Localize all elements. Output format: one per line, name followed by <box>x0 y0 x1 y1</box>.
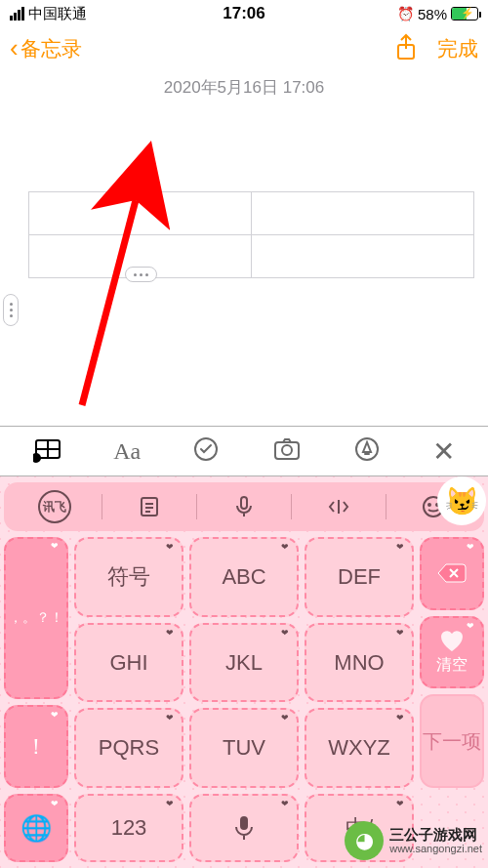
svg-rect-19 <box>240 816 248 830</box>
svg-rect-15 <box>241 497 247 509</box>
cursor-mode-button[interactable] <box>294 494 384 519</box>
svg-point-9 <box>282 445 292 455</box>
key-symbols[interactable]: 符号 <box>74 537 183 617</box>
text-style-button[interactable]: Aa <box>113 438 141 465</box>
annotation-arrow <box>53 190 170 419</box>
keyboard-suggestion-bar: 讯飞 😼 <box>4 482 484 531</box>
delete-key[interactable] <box>420 537 484 610</box>
ime-keyboard: 讯飞 😼 ，。？！ ！ 符号 ABC DEF GHI JKL <box>0 476 488 868</box>
done-button[interactable]: 完成 <box>437 35 478 62</box>
back-button[interactable]: ‹ 备忘录 <box>10 35 82 62</box>
voice-input-button[interactable] <box>199 494 289 519</box>
status-bar: 中国联通 17:06 ⏰ 58% ⚡ <box>0 0 488 27</box>
nav-bar: ‹ 备忘录 完成 <box>0 27 488 70</box>
watermark: ◕ 三公子游戏网 www.sangongzi.net <box>345 821 482 860</box>
svg-text:⋯: ⋯ <box>33 455 40 462</box>
keyboard-mascot-icon[interactable]: 😼 <box>437 476 486 525</box>
markup-button[interactable] <box>352 434 382 468</box>
back-label: 备忘录 <box>20 35 82 62</box>
key-123[interactable]: 123 <box>74 794 183 862</box>
svg-point-17 <box>428 504 430 506</box>
battery-icon: ⚡ <box>451 7 478 21</box>
key-ghi[interactable]: GHI <box>74 623 183 703</box>
editor-toolbar: ⋯ Aa ✕ <box>0 426 488 476</box>
key-pqrs[interactable]: PQRS <box>74 708 183 788</box>
svg-line-1 <box>82 200 136 405</box>
camera-button[interactable] <box>272 434 302 468</box>
ime-logo-button[interactable]: 讯飞 <box>10 490 100 523</box>
dismiss-keyboard-button[interactable]: ✕ <box>432 435 455 468</box>
clear-key[interactable]: 清空 <box>420 616 484 689</box>
space-mic-key[interactable] <box>189 794 299 862</box>
next-key[interactable]: 下一项 <box>420 694 484 788</box>
exclaim-key[interactable]: ！ <box>4 705 68 788</box>
key-wxyz[interactable]: WXYZ <box>305 708 414 788</box>
status-time: 17:06 <box>0 4 488 23</box>
watermark-logo-icon: ◕ <box>345 821 384 860</box>
punctuation-key[interactable]: ，。？！ <box>4 537 68 699</box>
watermark-title: 三公子游戏网 <box>389 826 482 843</box>
key-jkl[interactable]: JKL <box>189 623 299 703</box>
checklist-button[interactable] <box>191 434 221 468</box>
globe-key[interactable]: 🌐 <box>4 794 68 862</box>
chevron-left-icon: ‹ <box>10 35 19 61</box>
key-def[interactable]: DEF <box>305 537 414 617</box>
key-tuv[interactable]: TUV <box>189 708 299 788</box>
key-mno[interactable]: MNO <box>305 623 414 703</box>
clipboard-button[interactable] <box>104 494 194 519</box>
watermark-domain: www.sangongzi.net <box>389 843 482 855</box>
share-button[interactable] <box>394 33 418 65</box>
table-row-handle[interactable] <box>3 294 19 326</box>
table-tool-button[interactable]: ⋯ <box>33 434 62 468</box>
key-abc[interactable]: ABC <box>189 537 299 617</box>
note-timestamp: 2020年5月16日 17:06 <box>0 76 488 99</box>
